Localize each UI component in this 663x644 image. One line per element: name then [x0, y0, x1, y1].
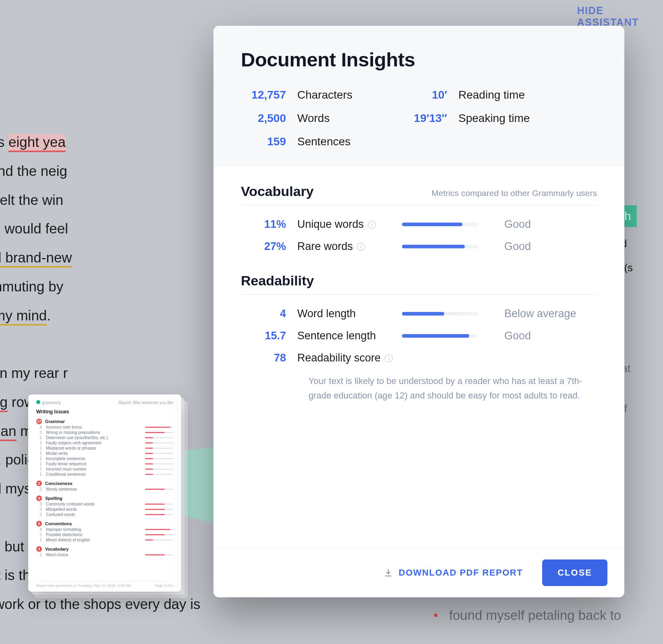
section-heading: Vocabulary: [241, 184, 314, 199]
pdf-issue-row: 1 Incorrect noun number: [37, 467, 173, 471]
pdf-category: 8 Conventions: [36, 521, 173, 526]
issue-count-badge: 2: [36, 546, 42, 552]
issue-label: Conditional sentences: [46, 472, 141, 477]
category-name: Spelling: [45, 496, 62, 501]
category-name: Vocabulary: [45, 547, 69, 551]
issue-bar: [145, 463, 173, 464]
issue-label: Misspelled words: [46, 507, 141, 512]
pdf-issue-row: 1 Misplaced words or phrases: [37, 446, 173, 450]
issue-bar: [145, 469, 173, 470]
stat-value: [394, 135, 458, 148]
pdf-issue-row: 3 Commonly confused words: [37, 502, 173, 506]
pdf-issue-row: 1 Modal verbs: [37, 451, 173, 456]
document-insights-modal: Document Insights 12,757 Characters 10′ …: [213, 26, 624, 597]
metric-label: Sentence length: [297, 330, 402, 342]
stat-value: 2,500: [241, 112, 297, 125]
stats-grid: 12,757 Characters 10′ Reading time2,500 …: [241, 89, 597, 148]
metric-value: 4: [241, 308, 297, 320]
metric-rating: Good: [495, 330, 597, 342]
close-button[interactable]: CLOSE: [542, 559, 607, 586]
issue-count: 1: [37, 456, 42, 461]
stat-label: Characters: [297, 89, 394, 101]
stat-value: 159: [241, 135, 297, 148]
issue-bar: [145, 437, 173, 438]
info-icon[interactable]: i: [368, 221, 376, 229]
issue-label: Faulty tense sequence: [46, 462, 141, 466]
pdf-report-preview: grammarly Report: Bike wherever you like…: [28, 394, 181, 592]
metric-rating: Below average: [495, 308, 597, 320]
issue-bar: [145, 489, 173, 490]
issue-count: 3: [37, 507, 42, 512]
hide-assistant-link[interactable]: HIDE ASSISTANT: [577, 5, 639, 28]
pdf-category: 2 Conciseness: [36, 481, 173, 486]
stat-label: Speaking time: [458, 112, 597, 125]
info-icon[interactable]: i: [357, 243, 365, 251]
metric-row: 4 Word length Below average: [241, 308, 597, 320]
metric-rating: Good: [495, 240, 597, 253]
issue-count: 2: [37, 553, 42, 557]
issue-count-badge: 17: [36, 419, 42, 424]
grammarly-logo-icon: [36, 400, 40, 404]
metric-label: Unique words i: [297, 218, 402, 231]
issue-count: 3: [37, 430, 42, 435]
issue-count: 1: [37, 441, 42, 445]
issue-count: 2: [37, 533, 42, 537]
stat-label: Reading time: [458, 89, 597, 101]
issue-count: 1: [37, 538, 42, 542]
brand-label: grammarly: [42, 400, 61, 405]
pdf-category: 9 Spelling: [36, 495, 173, 501]
alert-item[interactable]: • found myself petaling back to: [433, 608, 621, 623]
issue-bar: [145, 514, 173, 515]
issue-bar: [145, 504, 173, 505]
stat-label: Words: [297, 112, 394, 125]
section-subtitle: Metrics compared to other Grammarly user…: [431, 188, 597, 198]
issue-count-badge: 8: [36, 521, 42, 526]
issue-label: Commonly confused words: [46, 502, 141, 506]
issue-count: 2: [37, 512, 42, 517]
issue-bar: [145, 529, 173, 530]
pdf-issue-row: 3 Misspelled words: [37, 507, 173, 512]
issue-bar: [145, 539, 173, 541]
issue-label: Determiner use (a/an/the/this, etc.): [46, 436, 141, 440]
issue-label: Incorrect noun number: [46, 467, 141, 471]
issue-count: 1: [37, 472, 42, 477]
pdf-category: 17 Grammar: [36, 419, 173, 424]
vocabulary-header: Vocabulary Metrics compared to other Gra…: [241, 184, 597, 205]
pdf-issue-row: 2 Confused words: [37, 512, 173, 517]
category-name: Conventions: [45, 521, 72, 526]
pdf-issue-row: 2 Wordy sentences: [37, 487, 173, 491]
download-pdf-button[interactable]: DOWNLOAD PDF REPORT: [383, 568, 523, 578]
download-icon: [383, 568, 393, 578]
issue-count: 1: [37, 446, 42, 450]
info-icon[interactable]: i: [385, 354, 393, 362]
pdf-issue-row: 4 Incorrect verb forms: [37, 425, 173, 429]
issue-count: 4: [37, 425, 42, 429]
metric-value: 11%: [241, 218, 297, 231]
pdf-issue-row: 2 Word choice: [37, 553, 173, 557]
stat-value: 12,757: [241, 89, 297, 101]
metric-row: 15.7 Sentence length Good: [241, 330, 597, 342]
metric-bar: [402, 312, 479, 316]
issue-label: Faulty subject–verb agreement: [46, 441, 141, 445]
issue-bar: [145, 509, 173, 510]
issue-bar: [145, 554, 173, 555]
metric-value: 78: [241, 352, 297, 364]
issue-label: Wrong or missing prepositions: [46, 430, 141, 435]
category-name: Conciseness: [45, 481, 73, 486]
alert-bullet-icon: •: [433, 608, 438, 623]
issue-count: 2: [37, 487, 42, 491]
pdf-issue-row: 1 Conditional sentences: [37, 472, 173, 477]
pdf-issue-row: 1 Determiner use (a/an/the/this, etc.): [37, 436, 173, 440]
issue-bar: [145, 448, 173, 449]
metric-label: Rare words i: [297, 240, 402, 253]
modal-footer: DOWNLOAD PDF REPORT CLOSE: [213, 548, 624, 597]
download-label: DOWNLOAD PDF REPORT: [399, 568, 523, 578]
stat-value: 10′: [394, 89, 458, 101]
metric-label: Readability score i: [297, 352, 402, 364]
pdf-doc-title: Report: Bike wherever you like: [118, 400, 173, 405]
issue-label: Incorrect verb forms: [46, 425, 141, 429]
pdf-issue-row: 1 Incomplete sentences: [37, 456, 173, 461]
pdf-section-heading: Writing Issues: [36, 409, 173, 415]
readability-note: Your text is likely to be understood by …: [309, 374, 597, 403]
pdf-footer-right: Page 2 of 4: [155, 584, 173, 588]
